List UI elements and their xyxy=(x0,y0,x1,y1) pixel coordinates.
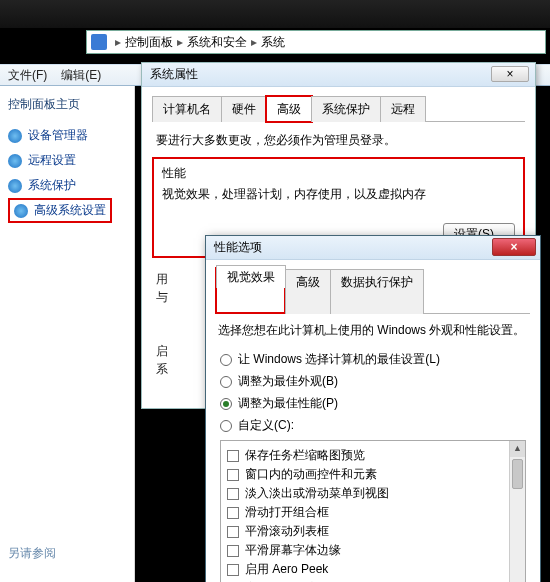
radio-label: 调整为最佳外观(B) xyxy=(238,373,338,390)
check-item[interactable]: 保存任务栏缩略图预览 xyxy=(227,447,519,464)
shield-icon xyxy=(8,154,22,168)
check-label: 滑动打开组合框 xyxy=(245,504,329,521)
shield-icon xyxy=(8,129,22,143)
radio-label: 让 Windows 选择计算机的最佳设置(L) xyxy=(238,351,440,368)
visual-effects-instruction: 选择您想在此计算机上使用的 Windows 外观和性能设置。 xyxy=(218,322,528,339)
tab-visual-effects[interactable]: 视觉效果 xyxy=(216,265,286,288)
sidebar-item-remote-settings[interactable]: 远程设置 xyxy=(8,148,126,173)
breadcrumb-item[interactable]: 系统 xyxy=(261,34,285,51)
left-navigation: 控制面板主页 设备管理器 远程设置 系统保护 高级系统设置 另请参阅 xyxy=(0,86,135,582)
radio-best-appearance[interactable]: 调整为最佳外观(B) xyxy=(220,373,526,390)
sidebar-item-advanced-system-settings[interactable]: 高级系统设置 xyxy=(8,198,112,223)
check-item[interactable]: 淡入淡出或滑动菜单到视图 xyxy=(227,485,519,502)
check-item[interactable]: 滑动打开组合框 xyxy=(227,504,519,521)
check-label: 保存任务栏缩略图预览 xyxy=(245,447,365,464)
dialog-titlebar[interactable]: 系统属性 × xyxy=(142,63,535,87)
checkbox-icon[interactable] xyxy=(227,469,239,481)
radio-best-performance[interactable]: 调整为最佳性能(P) xyxy=(220,395,526,412)
sidebar-item-label: 高级系统设置 xyxy=(34,202,106,219)
check-item[interactable]: 窗口内的动画控件和元素 xyxy=(227,466,519,483)
sidebar-item-label: 系统保护 xyxy=(28,177,76,194)
checkbox-icon[interactable] xyxy=(227,526,239,538)
close-icon: × xyxy=(506,67,513,81)
check-item[interactable]: 平滑滚动列表框 xyxy=(227,523,519,540)
scrollbar-thumb[interactable] xyxy=(512,459,523,489)
checkbox-icon[interactable] xyxy=(227,545,239,557)
sidebar-item-label: 远程设置 xyxy=(28,152,76,169)
dialog-title: 系统属性 xyxy=(150,66,198,83)
radio-icon xyxy=(220,354,232,366)
scrollbar[interactable]: ▲ ▼ xyxy=(509,441,525,582)
radio-let-windows-choose[interactable]: 让 Windows 选择计算机的最佳设置(L) xyxy=(220,351,526,368)
see-also-heading: 另请参阅 xyxy=(8,545,56,562)
tab-computer-name[interactable]: 计算机名 xyxy=(152,96,222,122)
check-item[interactable]: 平滑屏幕字体边缘 xyxy=(227,542,519,559)
tab-advanced[interactable]: 高级 xyxy=(266,96,312,122)
dialog-title: 性能选项 xyxy=(214,239,262,256)
scroll-up-icon[interactable]: ▲ xyxy=(510,441,525,457)
radio-icon xyxy=(220,376,232,388)
shield-icon xyxy=(14,204,28,218)
chevron-right-icon[interactable]: ▸ xyxy=(247,35,261,49)
tab-dep[interactable]: 数据执行保护 xyxy=(330,269,424,314)
check-label: 平滑滚动列表框 xyxy=(245,523,329,540)
sidebar-item-device-manager[interactable]: 设备管理器 xyxy=(8,123,126,148)
tabs-row: 计算机名 硬件 高级 系统保护 远程 xyxy=(152,95,525,122)
sidebar-item-system-protection[interactable]: 系统保护 xyxy=(8,173,126,198)
tab-remote[interactable]: 远程 xyxy=(380,96,426,122)
dialog-titlebar[interactable]: 性能选项 × xyxy=(206,236,540,260)
visual-effects-list[interactable]: 保存任务栏缩略图预览窗口内的动画控件和元素淡入淡出或滑动菜单到视图滑动打开组合框… xyxy=(220,440,526,582)
radio-icon xyxy=(220,398,232,410)
sidebar-item-label: 设备管理器 xyxy=(28,127,88,144)
breadcrumb[interactable]: ▸ 控制面板 ▸ 系统和安全 ▸ 系统 xyxy=(86,30,546,54)
tab-system-protection[interactable]: 系统保护 xyxy=(311,96,381,122)
check-label: 启用 Aero Peek xyxy=(245,561,328,578)
checkbox-icon[interactable] xyxy=(227,564,239,576)
check-item[interactable]: 启用 Aero Peek xyxy=(227,561,519,578)
menu-file[interactable]: 文件(F) xyxy=(8,67,47,84)
close-icon: × xyxy=(510,240,517,254)
tab-advanced[interactable]: 高级 xyxy=(285,269,331,314)
desktop-top-strip xyxy=(0,0,550,28)
check-label: 窗口内的动画控件和元素 xyxy=(245,466,377,483)
checkbox-icon[interactable] xyxy=(227,507,239,519)
close-button[interactable]: × xyxy=(491,66,529,82)
performance-options-dialog: 性能选项 × 视觉效果 高级 数据执行保护 选择您想在此计算机上使用的 Wind… xyxy=(205,235,541,582)
performance-title: 性能 xyxy=(162,165,515,182)
check-label: 平滑屏幕字体边缘 xyxy=(245,542,341,559)
check-label: 淡入淡出或滑动菜单到视图 xyxy=(245,485,389,502)
left-heading[interactable]: 控制面板主页 xyxy=(8,96,126,113)
chevron-right-icon[interactable]: ▸ xyxy=(173,35,187,49)
radio-custom[interactable]: 自定义(C): xyxy=(220,417,526,434)
close-button[interactable]: × xyxy=(492,238,536,256)
chevron-right-icon[interactable]: ▸ xyxy=(111,35,125,49)
menu-edit[interactable]: 编辑(E) xyxy=(61,67,101,84)
checkbox-icon[interactable] xyxy=(227,450,239,462)
radio-icon xyxy=(220,420,232,432)
breadcrumb-item[interactable]: 系统和安全 xyxy=(187,34,247,51)
admin-instruction: 要进行大多数更改，您必须作为管理员登录。 xyxy=(156,132,521,149)
breadcrumb-item[interactable]: 控制面板 xyxy=(125,34,173,51)
radio-label: 自定义(C): xyxy=(238,417,294,434)
tabs-row: 视觉效果 高级 数据执行保护 xyxy=(216,268,530,314)
checkbox-icon[interactable] xyxy=(227,488,239,500)
performance-description: 视觉效果，处理器计划，内存使用，以及虚拟内存 xyxy=(162,186,515,203)
control-panel-icon xyxy=(91,34,107,50)
shield-icon xyxy=(8,179,22,193)
radio-label: 调整为最佳性能(P) xyxy=(238,395,338,412)
tab-hardware[interactable]: 硬件 xyxy=(221,96,267,122)
